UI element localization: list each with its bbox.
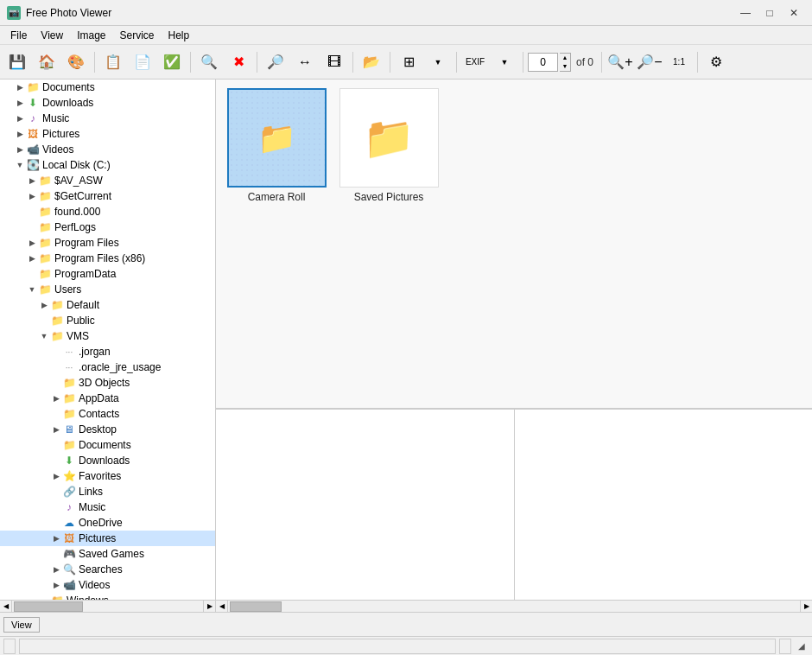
menu-view[interactable]: View xyxy=(34,28,70,43)
check-button[interactable]: ✅ xyxy=(158,49,186,75)
arrows-button[interactable]: ↔ xyxy=(291,49,319,75)
tree-item-perflogs[interactable]: 📁 PerfLogs xyxy=(0,219,215,235)
toggle-found000 xyxy=(26,207,38,216)
tree-item-documents-top[interactable]: ▶ 📁 Documents xyxy=(0,79,215,95)
folder-thumb-saved-pictures[interactable]: 📁 Saved Pictures xyxy=(337,88,441,203)
save-button[interactable]: 💾 xyxy=(3,49,31,75)
tree-item-oracle[interactable]: ··· .oracle_jre_usage xyxy=(0,359,215,375)
toggle-favorites: ▶ xyxy=(50,472,62,480)
sidebar-hscroll-right[interactable]: ▶ xyxy=(203,601,215,613)
folder-icon-public: 📁 xyxy=(50,315,64,327)
tree-item-getcurrent[interactable]: ▶ 📁 $GetCurrent xyxy=(0,188,215,204)
tree-item-videos-vms[interactable]: ▶ 📹 Videos xyxy=(0,577,215,593)
tree-item-programdata[interactable]: 📁 ProgramData xyxy=(0,266,215,282)
delete-button[interactable]: ✖ xyxy=(225,49,252,75)
menu-file[interactable]: File xyxy=(3,28,34,43)
tree-item-programfiles[interactable]: ▶ 📁 Program Files xyxy=(0,235,215,251)
tree-item-downloads-vms[interactable]: ⬇ Downloads xyxy=(0,453,215,468)
tree-item-av-asw[interactable]: ▶ 📁 $AV_ASW xyxy=(0,173,215,188)
tree-item-favorites[interactable]: ▶ ⭐ Favorites xyxy=(0,468,215,484)
sidebar-hscroll-track xyxy=(12,601,203,613)
tree-item-found000[interactable]: 📁 found.000 xyxy=(0,204,215,219)
search-button[interactable]: 🔍 xyxy=(195,49,223,75)
grid-dropdown[interactable]: ▼ xyxy=(424,49,452,75)
menu-image[interactable]: Image xyxy=(70,28,112,43)
sidebar-hscroll-left[interactable]: ◀ xyxy=(0,601,12,613)
tree-item-pictures-vms[interactable]: ▶ 🖼 Pictures xyxy=(0,531,215,546)
tree-label-jorgan: .jorgan xyxy=(79,346,111,358)
tree-item-windows[interactable]: 📁 Windows xyxy=(0,593,215,600)
tree-item-links[interactable]: 🔗 Links xyxy=(0,484,215,499)
resize-handle: ◢ xyxy=(795,639,809,653)
page-number-input[interactable]: 0 xyxy=(528,53,558,72)
folder-button[interactable]: 📂 xyxy=(358,49,385,75)
toggle-programfilesx86: ▶ xyxy=(26,254,38,263)
tree-item-jorgan[interactable]: ··· .jorgan xyxy=(0,344,215,359)
zoom-out-button[interactable]: 🔎− xyxy=(636,49,663,75)
tree-item-videos-top[interactable]: ▶ 📹 Videos xyxy=(0,142,215,157)
sidebar-hscroll-thumb[interactable] xyxy=(14,601,83,612)
tree-item-public[interactable]: 📁 Public xyxy=(0,313,215,328)
tree-item-vms[interactable]: ▼ 📁 VMS xyxy=(0,328,215,344)
content-hscroll-right[interactable]: ▶ xyxy=(800,601,812,613)
view-button[interactable]: View xyxy=(3,617,40,633)
home-button[interactable]: 🏠 xyxy=(33,49,60,75)
content-area: 📁 Camera Roll 📁 Saved Pictures ◀ xyxy=(216,79,812,612)
color-button[interactable]: 🎨 xyxy=(62,49,90,75)
minimize-button[interactable]: — xyxy=(734,5,757,21)
tree-label-videos-top: Videos xyxy=(42,143,73,156)
toggle-downloads-vms xyxy=(50,456,62,465)
toolbar-separator-5 xyxy=(390,52,390,73)
page-up-button[interactable]: ▲ xyxy=(560,54,570,62)
tree-item-documents-vms[interactable]: 📁 Documents xyxy=(0,437,215,453)
page-button[interactable]: 📄 xyxy=(129,49,156,75)
tree-item-pictures-top[interactable]: ▶ 🖼 Pictures xyxy=(0,126,215,142)
tree-item-default[interactable]: ▶ 📁 Default xyxy=(0,297,215,313)
tree-item-programfilesx86[interactable]: ▶ 📁 Program Files (x86) xyxy=(0,251,215,266)
status-section-3 xyxy=(779,639,791,654)
tree-item-users[interactable]: ▼ 📁 Users xyxy=(0,282,215,297)
find-button[interactable]: 🔎 xyxy=(262,49,289,75)
window-controls: — □ ✕ xyxy=(734,5,805,21)
zoom-in-button[interactable]: 🔍+ xyxy=(606,49,634,75)
exif-dropdown[interactable]: ▼ xyxy=(491,49,518,75)
tree-item-contacts[interactable]: 📁 Contacts xyxy=(0,406,215,422)
content-hscroll-left[interactable]: ◀ xyxy=(216,601,228,613)
content-bottom-left xyxy=(216,410,515,600)
status-section-2 xyxy=(19,639,776,654)
tree-item-appdata[interactable]: ▶ 📁 AppData xyxy=(0,391,215,406)
menu-service[interactable]: Service xyxy=(113,28,162,43)
page-down-button[interactable]: ▼ xyxy=(560,62,570,71)
exif-button[interactable]: EXIF xyxy=(461,49,489,75)
tree-item-desktop[interactable]: ▶ 🖥 Desktop xyxy=(0,422,215,437)
tree-label-onedrive: OneDrive xyxy=(79,517,123,529)
tree-label-music-top: Music xyxy=(42,112,69,124)
tree-item-3dobjects[interactable]: 📁 3D Objects xyxy=(0,375,215,391)
tree-item-savedgames[interactable]: 🎮 Saved Games xyxy=(0,546,215,562)
menu-help[interactable]: Help xyxy=(162,28,197,43)
toggle-music-top: ▶ xyxy=(14,114,26,123)
status-bar: ◢ xyxy=(0,636,812,655)
tree-label-links: Links xyxy=(79,486,103,498)
folder-thumb-img-saved-pictures: 📁 xyxy=(339,88,439,188)
tree-item-searches[interactable]: ▶ 🔍 Searches xyxy=(0,562,215,577)
tree-item-music-top[interactable]: ▶ ♪ Music xyxy=(0,111,215,126)
copy-button[interactable]: 📋 xyxy=(99,49,127,75)
file-tree: ▶ 📁 Documents ▶ ⬇ Downloads ▶ ♪ Music ▶ … xyxy=(0,79,216,600)
grid-button[interactable]: ⊞ xyxy=(395,49,422,75)
toolbar-separator-4 xyxy=(352,52,353,73)
tree-item-onedrive[interactable]: ☁ OneDrive xyxy=(0,515,215,531)
tree-item-localdisk[interactable]: ▼ 💽 Local Disk (C:) xyxy=(0,157,215,173)
tree-item-music-vms[interactable]: ♪ Music xyxy=(0,499,215,515)
close-button[interactable]: ✕ xyxy=(783,5,805,21)
tree-label-appdata: AppData xyxy=(79,392,119,404)
maximize-button[interactable]: □ xyxy=(758,5,781,21)
content-hscroll-thumb[interactable] xyxy=(230,601,282,612)
tree-item-downloads-top[interactable]: ▶ ⬇ Downloads xyxy=(0,95,215,111)
film-button[interactable]: 🎞 xyxy=(320,49,348,75)
page-total-label: of 0 xyxy=(573,56,597,68)
folder-thumb-camera-roll[interactable]: 📁 Camera Roll xyxy=(225,88,328,203)
settings-button[interactable]: ⚙ xyxy=(702,49,730,75)
fit-button[interactable]: 1:1 xyxy=(665,49,693,75)
folder-icon-documents-top: 📁 xyxy=(26,81,40,93)
